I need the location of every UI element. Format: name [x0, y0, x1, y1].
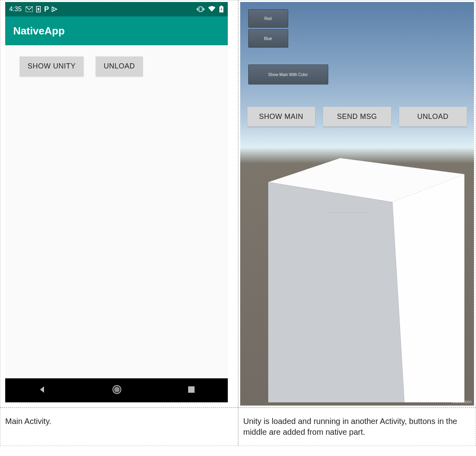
svg-marker-10 — [268, 182, 404, 402]
send-msg-button[interactable]: SEND MSG — [323, 107, 391, 127]
native-button-row: SHOW MAIN SEND MSG UNLOAD — [247, 107, 467, 127]
unity-watermark: trialversion — [452, 400, 472, 404]
unity-cube — [268, 154, 464, 402]
svg-marker-11 — [392, 174, 464, 402]
wifi-icon — [208, 6, 216, 12]
svg-rect-5 — [221, 6, 222, 6]
nav-home-icon[interactable] — [112, 384, 122, 396]
unity-view: Red Blue Show Main With Color SHOW MAIN … — [240, 2, 474, 406]
cube-overlay-text: ·························· — [328, 210, 368, 215]
vibrate-icon — [197, 6, 205, 12]
unity-show-main-color-label: Show Main With Color — [268, 72, 308, 77]
p-icon: P — [44, 5, 49, 14]
svg-point-7 — [114, 387, 120, 392]
svg-rect-8 — [188, 386, 195, 393]
unity-red-label: Red — [264, 16, 271, 21]
android-nav-bar — [5, 378, 228, 402]
svg-rect-3 — [199, 7, 202, 12]
mail-icon — [26, 6, 33, 12]
show-main-button[interactable]: SHOW MAIN — [247, 107, 315, 127]
status-bar: 4:35 P — [5, 2, 228, 16]
left-caption: Main Activity. — [0, 408, 238, 446]
right-panel: Red Blue Show Main With Color SHOW MAIN … — [238, 0, 476, 408]
app-bar: NativeApp — [5, 16, 228, 45]
play-icon — [51, 6, 58, 12]
right-caption: Unity is loaded and running in another A… — [238, 408, 476, 446]
main-content: SHOW UNITY UNLOAD — [5, 45, 228, 87]
unity-red-button[interactable]: Red — [248, 9, 288, 28]
left-panel: 4:35 P — [0, 0, 238, 408]
unity-blue-label: Blue — [264, 36, 272, 41]
svg-rect-2 — [38, 8, 39, 10]
android-phone-frame: 4:35 P — [5, 2, 228, 402]
battery-charging-icon — [219, 6, 224, 13]
unity-blue-button[interactable]: Blue — [248, 29, 288, 48]
nav-back-icon[interactable] — [38, 385, 46, 396]
nav-recent-icon[interactable] — [187, 386, 195, 395]
unity-show-main-color-button[interactable]: Show Main With Color — [248, 64, 328, 84]
unload-button[interactable]: UNLOAD — [96, 56, 143, 76]
sim-icon — [36, 6, 41, 12]
status-time: 4:35 — [9, 6, 22, 13]
unload-unity-button[interactable]: UNLOAD — [399, 107, 467, 127]
show-unity-button[interactable]: SHOW UNITY — [20, 56, 84, 76]
app-title: NativeApp — [13, 25, 65, 37]
